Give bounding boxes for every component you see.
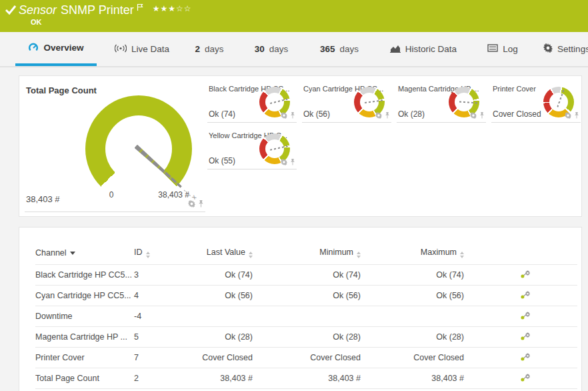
channel-id: 6 bbox=[134, 389, 197, 391]
tab-365-days[interactable]: 365days bbox=[313, 32, 365, 66]
channel-minimum: Ok (55) bbox=[253, 389, 361, 391]
tab-2-days[interactable]: 2days bbox=[191, 32, 228, 66]
gauge-pin-icon[interactable] bbox=[385, 109, 390, 121]
mini-gauge-value: Ok (28) bbox=[398, 109, 425, 119]
tab-live-data[interactable]: Live Data bbox=[110, 32, 174, 66]
tab-overview[interactable]: Overview bbox=[15, 32, 97, 66]
gauge-scale-min: 0 bbox=[105, 190, 118, 200]
gauge-gear-icon[interactable] bbox=[188, 198, 195, 210]
channel-settings-icon[interactable] bbox=[521, 373, 531, 384]
channel-settings-icon[interactable] bbox=[521, 311, 531, 322]
gauge-gear-icon[interactable] bbox=[565, 109, 571, 121]
col-header-maximum[interactable]: Maximum bbox=[361, 244, 464, 265]
channel-row[interactable]: Magenta Cartridge HP ... 5 Ok (28) Ok (2… bbox=[35, 327, 577, 348]
gauge-pin-icon[interactable] bbox=[198, 198, 204, 210]
channel-last-value: Cover Closed bbox=[197, 348, 253, 368]
channel-name[interactable]: Printer Cover bbox=[35, 348, 134, 368]
channel-table-panel: Channel ID Last Value Minimum Maximum Bl… bbox=[19, 227, 582, 391]
channel-row[interactable]: Yellow Cartridge HP CC... 6 Ok (55) Ok (… bbox=[35, 389, 577, 391]
mini-gauge-cell: Magenta Cartridge HP ... Ok (28) bbox=[397, 76, 486, 123]
channel-last-value: Ok (55) bbox=[197, 389, 253, 391]
gauge-gear-icon[interactable] bbox=[281, 109, 287, 121]
channel-row[interactable]: Black Cartridge HP CC5... 3 Ok (74) Ok (… bbox=[35, 265, 577, 286]
channel-row[interactable]: Cyan Cartridge HP CC5... 4 Ok (56) Ok (5… bbox=[35, 286, 577, 306]
channel-last-value bbox=[197, 306, 253, 327]
channel-settings-icon[interactable] bbox=[521, 290, 531, 301]
mini-gauge-grid: Black Cartridge HP CC... Ok (74) Cyan Ca… bbox=[207, 76, 581, 169]
mini-gauge-value: Ok (55) bbox=[209, 156, 235, 165]
channel-last-value: 38,403 # bbox=[197, 368, 253, 389]
primary-gauge-value: 38,403 # bbox=[26, 194, 60, 204]
channel-last-value: Ok (28) bbox=[197, 327, 253, 348]
mini-gauge-cell: Cyan Cartridge HP CC... Ok (56) bbox=[302, 76, 391, 123]
tab-30-days[interactable]: 30days bbox=[251, 32, 292, 66]
mini-gauge-cell: Printer Cover Cover Closed bbox=[491, 76, 581, 123]
channel-name[interactable]: Downtime bbox=[35, 306, 134, 327]
channel-maximum: Ok (55) bbox=[361, 389, 464, 391]
channel-id: 2 bbox=[134, 368, 197, 389]
gauge-scale-max: 38,403 # bbox=[129, 190, 189, 200]
gauge-gear-icon[interactable] bbox=[375, 109, 382, 121]
status-badge: OK bbox=[31, 18, 42, 26]
channel-maximum: Ok (28) bbox=[361, 327, 464, 348]
channel-name[interactable]: Total Page Count bbox=[35, 368, 134, 389]
channel-row[interactable]: Downtime -4 bbox=[35, 306, 577, 327]
priority-stars[interactable]: ★★★☆☆ bbox=[153, 4, 192, 13]
channel-name[interactable]: Cyan Cartridge HP CC5... bbox=[35, 286, 134, 306]
sort-icon bbox=[460, 252, 464, 258]
channel-table: Channel ID Last Value Minimum Maximum Bl… bbox=[35, 244, 577, 391]
channel-name[interactable]: Magenta Cartridge HP ... bbox=[35, 327, 134, 348]
channel-maximum: Ok (56) bbox=[361, 286, 464, 306]
gear-icon bbox=[543, 43, 553, 55]
channel-id: 7 bbox=[134, 348, 197, 368]
object-kind-label: Sensor bbox=[19, 3, 57, 17]
col-header-channel[interactable]: Channel bbox=[35, 244, 134, 265]
primary-gauge-cell: Total Page Count x 0 38,403 # 38,403 # bbox=[25, 81, 205, 212]
tab-settings[interactable]: Settings bbox=[544, 32, 588, 66]
sort-icon bbox=[146, 252, 150, 258]
page-title: SNMP Printer bbox=[61, 3, 134, 17]
mini-gauge-value: Ok (56) bbox=[303, 109, 330, 119]
col-header-minimum[interactable]: Minimum bbox=[253, 244, 361, 265]
channel-id: -4 bbox=[134, 306, 197, 327]
mini-gauge-cell: Black Cartridge HP CC... Ok (74) bbox=[207, 76, 297, 123]
channel-minimum: 38,403 # bbox=[253, 368, 361, 389]
status-ok-check-icon bbox=[5, 5, 16, 17]
gauge-pin-icon[interactable] bbox=[479, 109, 485, 121]
sort-icon bbox=[357, 252, 361, 258]
channel-minimum: Ok (56) bbox=[253, 286, 361, 306]
channel-maximum: Ok (74) bbox=[361, 265, 464, 286]
gauge-pin-icon[interactable] bbox=[290, 156, 295, 168]
gauge-gear-icon[interactable] bbox=[470, 109, 477, 121]
channel-table-body: Black Cartridge HP CC5... 3 Ok (74) Ok (… bbox=[35, 265, 577, 391]
tab-log[interactable]: Log bbox=[485, 32, 521, 66]
mini-gauge-title: Printer Cover bbox=[493, 85, 536, 93]
channel-minimum: Ok (74) bbox=[253, 265, 361, 286]
channel-id: 5 bbox=[134, 327, 197, 348]
channel-row[interactable]: Total Page Count 2 38,403 # 38,403 # 38,… bbox=[35, 368, 577, 389]
gauge-pin-icon[interactable] bbox=[574, 109, 579, 121]
channel-minimum bbox=[253, 306, 361, 327]
channel-name[interactable]: Black Cartridge HP CC5... bbox=[35, 265, 134, 286]
table-header-row: Channel ID Last Value Minimum Maximum bbox=[35, 244, 577, 265]
tab-historic-data[interactable]: Historic Data bbox=[385, 32, 461, 66]
live-signal-icon bbox=[115, 44, 127, 55]
col-header-id[interactable]: ID bbox=[134, 244, 197, 265]
primary-gauge-title: Total Page Count bbox=[26, 85, 97, 95]
gauge-pin-icon[interactable] bbox=[290, 109, 295, 121]
col-header-last-value[interactable]: Last Value bbox=[197, 244, 253, 265]
channel-name[interactable]: Yellow Cartridge HP CC... bbox=[35, 389, 134, 391]
mini-gauge-cell: Yellow Cartridge HP C... Ok (55) bbox=[207, 123, 297, 169]
channel-last-value: Ok (56) bbox=[197, 286, 253, 306]
channel-row[interactable]: Printer Cover 7 Cover Closed Cover Close… bbox=[35, 348, 577, 368]
sensor-header: Sensor SNMP Printer ★★★☆☆ OK bbox=[0, 0, 588, 32]
channel-settings-icon[interactable] bbox=[521, 332, 531, 342]
gauge-icon bbox=[28, 42, 39, 54]
sort-desc-icon bbox=[70, 252, 75, 255]
channel-id: 4 bbox=[134, 286, 197, 306]
channel-id: 3 bbox=[134, 265, 197, 286]
gauge-gear-icon[interactable] bbox=[281, 156, 287, 168]
flag-icon[interactable] bbox=[137, 1, 143, 15]
channel-settings-icon[interactable] bbox=[521, 352, 531, 363]
channel-settings-icon[interactable] bbox=[521, 270, 531, 280]
